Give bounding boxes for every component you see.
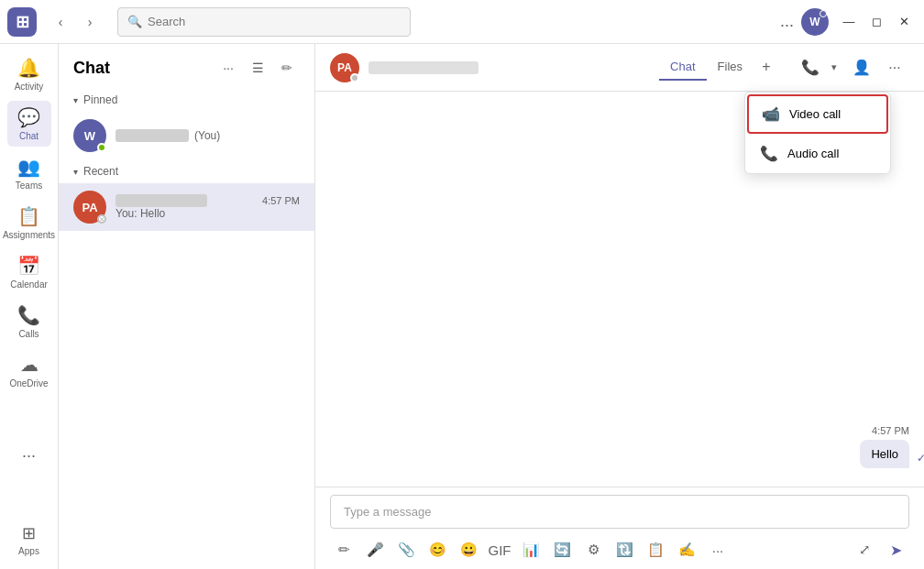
tab-files[interactable]: Files <box>707 54 754 81</box>
gif-icon: GIF <box>489 542 512 558</box>
chat-name-row: 4:57 PM <box>116 194 300 207</box>
chat-info: 4:57 PM You: Hello <box>116 194 300 220</box>
search-input[interactable] <box>148 15 401 28</box>
avatar: W <box>73 119 106 152</box>
calls-icon: 📞 <box>17 304 40 326</box>
sidebar-item-label: Teams <box>16 181 42 191</box>
list-item[interactable]: W (You) <box>59 112 314 159</box>
sidebar-item-label: Calls <box>18 329 38 339</box>
recent-section-header[interactable]: ▾ Recent <box>59 159 314 183</box>
new-chat-button[interactable]: ✏ <box>274 55 300 81</box>
more-toolbar-button[interactable]: ··· <box>704 536 732 564</box>
minimize-button[interactable]: — <box>836 9 862 35</box>
message-toolbar: ✏ 🎤 📎 😊 😀 GIF 📊 🔄 ⚙ 🔃 📋 ✍ ··· ⤢ ➤ <box>330 534 909 565</box>
audio-icon: 🎤 <box>367 542 384 558</box>
more-toolbar-icon: ··· <box>712 542 724 558</box>
window-controls: — ◻ ✕ <box>836 9 917 35</box>
copy-icon: 📋 <box>647 542 665 558</box>
main-layout: 🔔 Activity 💬 Chat 👥 Teams 📋 Assignments … <box>0 44 924 569</box>
attach-button[interactable]: 📎 <box>392 536 420 564</box>
more-actions-button[interactable]: ··· <box>880 53 909 82</box>
meet-button[interactable]: 📊 <box>517 536 544 564</box>
chevron-down-icon: ▾ <box>831 61 837 73</box>
attach-icon: 📎 <box>398 542 415 558</box>
forward-button[interactable]: › <box>77 9 103 35</box>
loop-icon: 🔄 <box>554 542 571 558</box>
chat-more-button[interactable]: ··· <box>215 55 241 81</box>
send-button[interactable]: ➤ <box>882 536 909 564</box>
header-tabs: Chat Files + <box>659 54 779 81</box>
sticker-button[interactable]: 😀 <box>455 536 482 564</box>
edit-icon: ✍ <box>678 542 696 558</box>
audio-call-option[interactable]: 📞 Audio call <box>747 136 888 171</box>
emoji-icon: 😊 <box>429 542 446 558</box>
chat-header: PA Chat Files + 📞 <box>315 44 924 92</box>
call-button-group: 📞 ▾ <box>796 53 843 82</box>
user-avatar[interactable]: W <box>801 8 829 36</box>
message-read-check: ✓ <box>917 452 924 465</box>
avatar: PA ✕ <box>73 191 106 224</box>
people-button[interactable]: 👤 <box>847 53 876 82</box>
chat-filter-button[interactable]: ☰ <box>245 55 270 81</box>
sidebar-more-button[interactable]: ··· <box>7 441 51 471</box>
praise-icon: 🔃 <box>616 542 633 558</box>
loop-button[interactable]: 🔄 <box>548 536 576 564</box>
maximize-button[interactable]: ◻ <box>864 9 889 35</box>
message-row: Hello ✓ <box>330 440 909 468</box>
chat-list-panel: Chat ··· ☰ ✏ ▾ Pinned W (You) <box>59 44 315 569</box>
call-dropdown-button[interactable]: ▾ <box>825 53 843 82</box>
sidebar-item-onedrive[interactable]: ☁ OneDrive <box>7 348 51 394</box>
message-timestamp: 4:57 PM <box>330 425 909 436</box>
search-bar[interactable]: 🔍 <box>117 7 411 37</box>
sidebar-item-label: Assignments <box>3 230 55 240</box>
format-button[interactable]: ✏ <box>330 536 358 564</box>
teams-icon: 👥 <box>17 156 40 178</box>
you-label: (You) <box>194 129 220 142</box>
video-call-label: Video call <box>789 107 841 121</box>
sidebar-item-chat[interactable]: 💬 Chat <box>7 101 51 147</box>
sidebar-item-label: Activity <box>15 82 44 92</box>
video-call-option[interactable]: 📹 Video call <box>747 94 888 134</box>
more-options-button[interactable]: ... <box>780 12 794 31</box>
chat-header-name <box>368 61 650 74</box>
gif-button[interactable]: GIF <box>486 536 513 564</box>
expand-button[interactable]: ⤢ <box>851 536 878 564</box>
chat-list-title: Chat <box>73 59 208 78</box>
more-icon: ··· <box>888 60 900 76</box>
audio-call-icon: 📞 <box>760 145 778 162</box>
sidebar-item-teams[interactable]: 👥 Teams <box>7 150 51 196</box>
video-call-icon: 📹 <box>762 105 780 123</box>
emoji-button[interactable]: 😊 <box>424 536 451 564</box>
sidebar-item-label: Chat <box>19 131 38 141</box>
close-button[interactable]: ✕ <box>891 9 917 35</box>
chevron-down-icon: ▾ <box>73 167 78 177</box>
sidebar-item-calls[interactable]: 📞 Calls <box>7 299 51 345</box>
app-logo: ⊞ <box>7 7 37 37</box>
onedrive-icon: ☁ <box>20 354 38 376</box>
pinned-section-header[interactable]: ▾ Pinned <box>59 88 314 112</box>
tab-chat[interactable]: Chat <box>659 54 706 81</box>
titlebar-right: ... W — ◻ ✕ <box>780 8 917 36</box>
audio-button[interactable]: 🎤 <box>361 536 389 564</box>
copy-button[interactable]: 📋 <box>642 536 669 564</box>
sidebar-item-activity[interactable]: 🔔 Activity <box>7 51 51 97</box>
schedule-button[interactable]: ⚙ <box>579 536 607 564</box>
contact-name-blurred <box>368 61 478 74</box>
message-text: Hello <box>871 447 898 461</box>
call-button[interactable]: 📞 <box>796 53 825 82</box>
chat-header-avatar: PA <box>330 53 359 82</box>
sidebar-item-assignments[interactable]: 📋 Assignments <box>7 200 51 246</box>
chat-icon: 💬 <box>17 106 40 128</box>
list-item[interactable]: PA ✕ 4:57 PM You: Hello <box>59 183 314 231</box>
back-button[interactable]: ‹ <box>48 9 73 35</box>
call-dropdown-menu: 📹 Video call 📞 Audio call <box>744 92 891 174</box>
add-tab-button[interactable]: + <box>754 54 779 80</box>
chevron-down-icon: ▾ <box>73 95 78 105</box>
message-input-box[interactable]: Type a message <box>330 495 909 529</box>
sidebar-item-calendar[interactable]: 📅 Calendar <box>7 249 51 295</box>
sidebar-item-apps[interactable]: ⊞ Apps <box>7 518 51 562</box>
edit-button[interactable]: ✍ <box>673 536 700 564</box>
message-placeholder: Type a message <box>344 505 431 519</box>
praise-button[interactable]: 🔃 <box>610 536 638 564</box>
assignments-icon: 📋 <box>17 205 40 227</box>
